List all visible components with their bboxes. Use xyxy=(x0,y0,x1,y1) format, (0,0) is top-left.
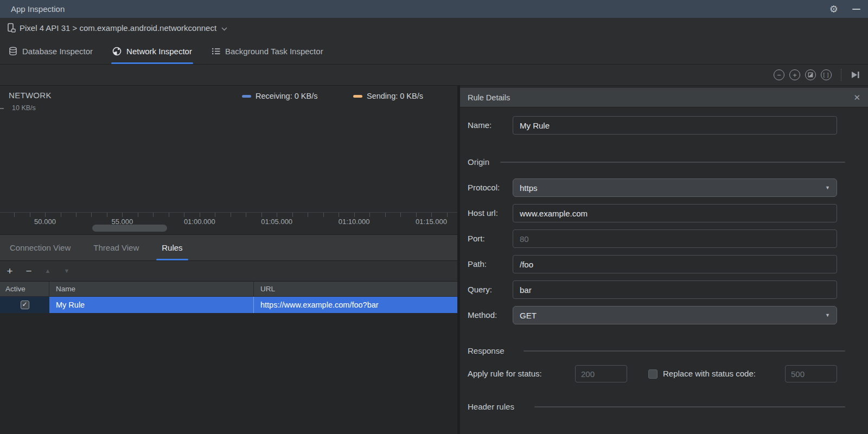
inspector-tab-bar: Database Inspector Network Inspector Bac… xyxy=(0,38,868,65)
add-rule-button[interactable]: + xyxy=(5,266,14,276)
query-label: Query: xyxy=(468,284,492,295)
status-code-field[interactable] xyxy=(575,365,627,382)
zoom-to-selection-icon[interactable]: [ ] xyxy=(821,69,832,80)
response-section-label: Response xyxy=(468,346,505,356)
legend-receiving: Receiving: 0 KB/s xyxy=(242,91,317,101)
process-label: Pixel 4 API 31 > com.example.android.net… xyxy=(20,23,216,33)
host-field[interactable] xyxy=(513,204,837,222)
protocol-value: https xyxy=(520,183,538,193)
close-x-icon[interactable]: ✕ xyxy=(853,93,860,101)
sending-legend-label: Sending: 0 KB/s xyxy=(367,92,423,100)
rule-table-row[interactable]: My Rule https://www.example.com/foo?bar xyxy=(0,297,457,313)
minimize-icon[interactable] xyxy=(852,9,860,10)
toolbar-separator xyxy=(841,69,841,81)
timeline-zoom-toolbar: − + [ ] xyxy=(0,65,868,86)
port-label: Port: xyxy=(468,233,485,244)
header-rules-section-line xyxy=(534,406,845,407)
header-rules-section-label: Header rules xyxy=(468,401,514,412)
task-list-icon xyxy=(212,47,220,55)
phone-icon xyxy=(7,23,16,33)
y-axis-tick xyxy=(0,108,4,109)
origin-section-label: Origin xyxy=(468,157,489,168)
rules-table-header: Active Name URL xyxy=(0,282,457,297)
port-field[interactable] xyxy=(513,229,837,248)
column-header-url[interactable]: URL xyxy=(254,282,457,296)
rule-details-panel: Rule Details ✕ Name: Origin Protocol: ht… xyxy=(460,86,868,434)
timeline-axis[interactable]: 50.00055.00001:00.00001:05.00001:10.0000… xyxy=(0,212,457,227)
timeline-scrollbar-thumb[interactable] xyxy=(92,225,167,232)
remove-rule-button[interactable]: − xyxy=(24,266,33,276)
zoom-out-icon[interactable]: − xyxy=(774,69,784,80)
tab-label: Database Inspector xyxy=(22,47,93,56)
name-field[interactable] xyxy=(513,116,837,135)
skip-to-end-icon[interactable] xyxy=(851,71,860,79)
rule-url-cell: https://www.example.com/foo?bar xyxy=(254,297,457,313)
rule-name-cell: My Rule xyxy=(49,297,254,313)
protocol-label: Protocol: xyxy=(468,182,500,193)
globe-icon xyxy=(112,47,122,56)
method-value: GET xyxy=(520,311,537,320)
window-title: App Inspection xyxy=(11,4,65,14)
legend-sending: Sending: 0 KB/s xyxy=(353,91,423,101)
chevron-down-icon xyxy=(221,27,227,31)
rules-toolbar: + − ▲ ▼ xyxy=(0,261,457,282)
replace-status-label: Replace with status code: xyxy=(663,368,756,379)
window-titlebar: App Inspection ⚙ xyxy=(0,0,868,18)
database-icon xyxy=(9,47,17,56)
rule-active-cell xyxy=(0,297,49,313)
move-down-button[interactable]: ▼ xyxy=(62,268,71,274)
tab-thread-view[interactable]: Thread View xyxy=(88,235,144,260)
tab-background-task-inspector[interactable]: Background Task Inspector xyxy=(212,38,323,64)
tab-network-inspector[interactable]: Network Inspector xyxy=(112,38,192,64)
origin-section-line xyxy=(500,162,845,163)
tab-rules[interactable]: Rules xyxy=(156,235,188,260)
move-up-button[interactable]: ▲ xyxy=(43,268,52,274)
query-field[interactable] xyxy=(513,280,837,299)
replace-status-code-field[interactable] xyxy=(785,365,837,382)
zoom-in-icon[interactable]: + xyxy=(789,69,800,80)
protocol-dropdown[interactable]: https ▼ xyxy=(513,178,837,197)
path-label: Path: xyxy=(468,259,487,270)
sending-legend-swatch xyxy=(353,95,362,98)
apply-rule-status-label: Apply rule for status: xyxy=(468,368,542,379)
replace-status-checkbox[interactable] xyxy=(648,369,658,379)
name-label: Name: xyxy=(468,120,492,131)
rule-active-checkbox[interactable] xyxy=(21,301,29,309)
dropdown-arrow-icon: ▼ xyxy=(825,312,830,318)
rules-view-tab-bar: Connection View Thread View Rules xyxy=(0,235,457,261)
tab-connection-view[interactable]: Connection View xyxy=(4,235,76,260)
path-field[interactable] xyxy=(513,255,837,273)
tab-label: Network Inspector xyxy=(126,47,192,56)
dropdown-arrow-icon: ▼ xyxy=(825,185,830,190)
column-header-name[interactable]: Name xyxy=(49,282,254,296)
settings-gear-icon[interactable]: ⚙ xyxy=(829,4,838,14)
reset-zoom-icon[interactable] xyxy=(805,69,816,80)
rule-details-title: Rule Details xyxy=(468,93,510,102)
rules-table-empty-area xyxy=(0,313,457,434)
process-selector[interactable]: Pixel 4 API 31 > com.example.android.net… xyxy=(0,18,868,39)
tab-database-inspector[interactable]: Database Inspector xyxy=(9,38,93,64)
y-axis-label: 10 KB/s xyxy=(12,104,36,112)
method-dropdown[interactable]: GET ▼ xyxy=(513,306,837,324)
rule-details-header: Rule Details ✕ xyxy=(460,88,868,107)
network-inspector-panel: NETWORK Receiving: 0 KB/s Sending: 0 KB/… xyxy=(0,86,457,434)
network-chart-title: NETWORK xyxy=(9,91,52,100)
receiving-legend-label: Receiving: 0 KB/s xyxy=(256,92,317,100)
host-label: Host url: xyxy=(468,208,498,219)
response-section-line xyxy=(524,350,845,352)
column-header-active[interactable]: Active xyxy=(0,282,49,296)
receiving-legend-swatch xyxy=(242,95,251,98)
app-inspection-window: App Inspection ⚙ Pixel 4 API 31 > com.ex… xyxy=(0,0,868,434)
tab-label: Background Task Inspector xyxy=(225,47,323,56)
method-label: Method: xyxy=(468,310,497,321)
